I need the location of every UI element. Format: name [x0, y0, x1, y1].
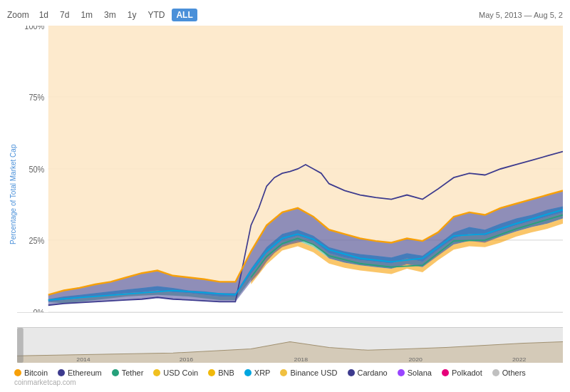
zoom-1y-button[interactable]: 1y: [123, 9, 141, 21]
svg-rect-20: [17, 328, 24, 363]
legend-label-binanceusd: Binance USD: [290, 368, 337, 377]
legend-label-cardano: Cardano: [358, 368, 388, 377]
svg-text:2020: 2020: [408, 356, 423, 362]
legend-label-tether: Tether: [122, 368, 144, 377]
zoom-label: Zoom: [7, 10, 29, 20]
bitcoin-color-dot: [14, 369, 21, 376]
polkadot-color-dot: [442, 369, 449, 376]
ethereum-color-dot: [58, 369, 65, 376]
main-chart: 100% 75% 50% 25% 0%: [17, 26, 563, 313]
legend-item-ethereum: Ethereum: [58, 368, 102, 377]
zoom-1d-button[interactable]: 1d: [35, 9, 53, 21]
svg-text:2014: 2014: [76, 356, 90, 362]
legend-label-ethereum: Ethereum: [68, 368, 102, 377]
legend-item-tether: Tether: [112, 368, 144, 377]
svg-text:2018: 2018: [294, 356, 309, 362]
binanceusd-color-dot: [280, 369, 287, 376]
legend-label-bnb: BNB: [218, 368, 234, 377]
solana-color-dot: [398, 369, 405, 376]
legend-label-polkadot: Polkadot: [452, 368, 482, 377]
xrp-color-dot: [244, 369, 252, 376]
zoom-controls: Zoom 1d 7d 1m 3m 1y YTD ALL: [7, 9, 197, 21]
toolbar: Zoom 1d 7d 1m 3m 1y YTD ALL May 5, 2013 …: [7, 6, 563, 26]
legend-item-bitcoin: Bitcoin: [14, 368, 48, 377]
zoom-7d-button[interactable]: 7d: [56, 9, 73, 21]
zoom-all-button[interactable]: ALL: [172, 9, 197, 21]
tether-color-dot: [112, 369, 119, 376]
legend-item-binanceusd: Binance USD: [280, 368, 337, 377]
zoom-3m-button[interactable]: 3m: [100, 9, 120, 21]
usdcoin-color-dot: [153, 369, 160, 376]
date-range: May 5, 2013 — Aug 5, 2: [479, 11, 563, 19]
legend-item-polkadot: Polkadot: [442, 368, 482, 377]
legend-item-cardano: Cardano: [348, 368, 388, 377]
legend: Bitcoin Ethereum Tether USD Coin BNB XRP…: [7, 363, 563, 388]
zoom-1m-button[interactable]: 1m: [76, 9, 97, 21]
svg-text:2016: 2016: [180, 356, 194, 362]
svg-text:50%: 50%: [28, 165, 44, 174]
legend-label-solana: Solana: [408, 368, 432, 377]
bnb-color-dot: [208, 369, 215, 376]
legend-label-others: Others: [502, 368, 526, 377]
legend-item-solana: Solana: [398, 368, 432, 377]
legend-label-bitcoin: Bitcoin: [24, 368, 48, 377]
svg-text:0%: 0%: [33, 308, 44, 312]
zoom-ytd-button[interactable]: YTD: [143, 9, 169, 21]
mini-chart[interactable]: 2014 2016 2018 2020 2022: [17, 327, 563, 363]
others-color-dot: [492, 369, 499, 376]
svg-text:2022: 2022: [512, 356, 527, 362]
legend-item-usd-coin: USD Coin: [153, 368, 198, 377]
chart-wrapper: 100% 75% 50% 25% 0%: [17, 26, 563, 363]
chart-area: Percentage of Total Market Cap 100% 75% …: [7, 26, 563, 363]
legend-item-others: Others: [492, 368, 526, 377]
svg-text:25%: 25%: [28, 236, 44, 245]
cardano-color-dot: [348, 369, 355, 376]
svg-text:100%: 100%: [24, 26, 44, 31]
svg-text:75%: 75%: [28, 93, 44, 102]
watermark: coinmarketcap.com: [14, 378, 79, 386]
legend-label-usd-coin: USD Coin: [163, 368, 198, 377]
legend-label-xrp: XRP: [254, 368, 271, 377]
y-axis-label: Percentage of Total Market Cap: [7, 26, 17, 363]
legend-item-xrp: XRP: [244, 368, 271, 377]
legend-item-bnb: BNB: [208, 368, 234, 377]
